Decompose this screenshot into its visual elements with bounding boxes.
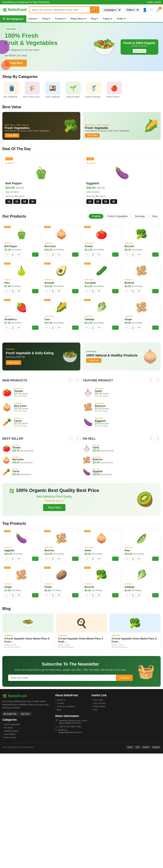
nav-dollar[interactable]: Doller ▾ bbox=[114, 16, 128, 22]
qty-input-2[interactable] bbox=[90, 253, 96, 257]
add-cart-btn-3[interactable]: 🛒 bbox=[152, 252, 159, 257]
nav-mega[interactable]: Mega Menu ▾ bbox=[68, 16, 88, 22]
qty-minus-tp6[interactable]: − bbox=[84, 593, 89, 598]
currency-select[interactable]: Dollar ▾ bbox=[124, 7, 140, 12]
qty-minus-tp5[interactable]: − bbox=[45, 593, 49, 598]
wishlist-btn-9[interactable]: ♡ bbox=[76, 299, 79, 302]
tab-fruits[interactable]: Fruits & Vegetables bbox=[105, 214, 131, 219]
feature-prev[interactable]: ‹ bbox=[148, 377, 154, 383]
tab-dairy[interactable]: Dairy bbox=[149, 214, 161, 219]
qty-minus-tp0[interactable]: − bbox=[4, 556, 9, 561]
qty-minus-0[interactable]: − bbox=[4, 252, 9, 257]
add-cart-btn-4[interactable]: 🛒 bbox=[32, 289, 38, 293]
wishlist-btn-8[interactable]: ♡ bbox=[36, 299, 39, 302]
qty-minus-11[interactable]: − bbox=[125, 325, 129, 330]
qty-minus-8[interactable]: − bbox=[4, 325, 9, 330]
search-input[interactable] bbox=[29, 7, 90, 13]
qty-input-4[interactable] bbox=[10, 289, 16, 293]
qty-plus-9[interactable]: + bbox=[57, 325, 61, 330]
add-cart-btn-tp0[interactable]: 🛒 bbox=[32, 557, 38, 561]
qty-minus-5[interactable]: − bbox=[45, 289, 49, 293]
blog-title-1[interactable]: A Fresh Vegetable Online Market Place A … bbox=[58, 637, 105, 643]
footer-cat-bakery[interactable]: › New Bakery bbox=[2, 733, 52, 735]
wishlist-btn-tp0[interactable]: ♡ bbox=[36, 530, 39, 533]
qty-minus-10[interactable]: − bbox=[84, 325, 89, 330]
bv-btn-1[interactable]: Shop Offer bbox=[5, 133, 19, 137]
qty-input-7[interactable] bbox=[130, 289, 136, 293]
add-cart-btn-2[interactable]: 🛒 bbox=[112, 252, 118, 257]
language-select[interactable]: Language ▾ bbox=[102, 7, 121, 12]
footer-track-orders[interactable]: › Track Orders bbox=[91, 705, 124, 708]
qty-input-tp2[interactable] bbox=[90, 557, 96, 561]
add-cart-btn-11[interactable]: 🛒 bbox=[152, 326, 159, 330]
qty-plus-7[interactable]: + bbox=[137, 289, 141, 293]
qty-input-tp4[interactable] bbox=[10, 593, 16, 597]
wishlist-btn-tp5[interactable]: ♡ bbox=[76, 567, 79, 570]
qty-input-5[interactable] bbox=[50, 289, 56, 293]
qty-input-tp0[interactable] bbox=[10, 557, 16, 561]
qty-input-tp1[interactable] bbox=[50, 557, 56, 561]
add-cart-btn-6[interactable]: 🛒 bbox=[112, 289, 118, 293]
qty-minus-tp1[interactable]: − bbox=[45, 556, 49, 561]
wishlist-btn-tp6[interactable]: ♡ bbox=[116, 567, 119, 570]
category-food[interactable]: 🍱 Food Cupboard bbox=[43, 82, 62, 98]
add-cart-btn-8[interactable]: 🛒 bbox=[32, 326, 38, 330]
blog-title-2[interactable]: A Fresh Vegetable Online Market Place A … bbox=[112, 637, 159, 643]
qty-plus-tp4[interactable]: + bbox=[17, 593, 21, 598]
qty-plus-4[interactable]: + bbox=[17, 289, 21, 293]
newsletter-btn[interactable]: Subscribe bbox=[116, 675, 133, 681]
wishlist-btn-tp7[interactable]: ♡ bbox=[157, 567, 159, 570]
wishlist-btn-tp4[interactable]: ♡ bbox=[36, 567, 39, 570]
nav-blog[interactable]: Blog ▾ bbox=[88, 16, 100, 22]
wishlist-btn-tp2[interactable]: ♡ bbox=[116, 530, 119, 533]
nav-product[interactable]: Product ▾ bbox=[53, 16, 68, 22]
add-cart-btn-tp7[interactable]: 🛒 bbox=[152, 593, 159, 597]
footer-your-account[interactable]: › Your Account bbox=[91, 702, 124, 704]
wishlist-btn-4[interactable]: ♡ bbox=[36, 262, 39, 266]
qty-plus-2[interactable]: + bbox=[97, 252, 101, 257]
promo-btn-left[interactable]: Shop Now bbox=[6, 360, 21, 365]
qty-plus-tp7[interactable]: + bbox=[137, 593, 141, 598]
add-cart-btn-1[interactable]: 🛒 bbox=[72, 252, 79, 257]
qty-input-1[interactable] bbox=[50, 253, 56, 257]
footer-faq[interactable]: › FAQ bbox=[91, 709, 124, 711]
qty-plus-tp0[interactable]: + bbox=[17, 556, 21, 561]
add-cart-btn-tp5[interactable]: 🛒 bbox=[72, 593, 79, 597]
on-sell-next[interactable]: › bbox=[155, 436, 161, 441]
qty-input-9[interactable] bbox=[50, 326, 56, 330]
qty-minus-4[interactable]: − bbox=[4, 289, 9, 293]
wishlist-btn-2[interactable]: ♡ bbox=[116, 226, 119, 229]
qty-plus-tp1[interactable]: + bbox=[57, 556, 61, 561]
hero-badge-btn[interactable]: Shop Now bbox=[133, 49, 146, 53]
best-seller-prev[interactable]: ‹ bbox=[68, 436, 74, 441]
qty-minus-tp4[interactable]: − bbox=[4, 593, 9, 598]
google-play-badge[interactable]: ▶ Google Play bbox=[2, 712, 18, 716]
organic-banner-btn[interactable]: Shop Now bbox=[43, 504, 65, 511]
qty-minus-9[interactable]: − bbox=[45, 325, 49, 330]
newsletter-input[interactable] bbox=[8, 675, 116, 681]
footer-about-us[interactable]: › About Us bbox=[55, 699, 88, 701]
add-cart-btn-tp3[interactable]: 🛒 bbox=[152, 557, 159, 561]
blog-title-0[interactable]: A Fresh Vegetable Online Market Place A … bbox=[4, 637, 51, 643]
qty-plus-1[interactable]: + bbox=[57, 252, 61, 257]
wishlist-btn-tp3[interactable]: ♡ bbox=[157, 530, 159, 533]
add-cart-btn-tp6[interactable]: 🛒 bbox=[112, 593, 118, 597]
footer-your-order[interactable]: › Your Order bbox=[91, 699, 124, 701]
add-cart-btn-7[interactable]: 🛒 bbox=[152, 289, 159, 293]
app-store-badge[interactable]: App Store bbox=[19, 712, 31, 716]
qty-minus-6[interactable]: − bbox=[84, 289, 89, 293]
tab-cooking[interactable]: Cooking bbox=[89, 214, 103, 219]
footer-blog[interactable]: › Blog bbox=[55, 709, 88, 711]
on-sell-prev[interactable]: ‹ bbox=[148, 436, 154, 441]
category-drinks[interactable]: 🥤 Drinks & Bevera... bbox=[84, 82, 103, 98]
qty-input-8[interactable] bbox=[10, 326, 16, 330]
wishlist-btn-0[interactable]: ♡ bbox=[36, 226, 39, 229]
footer-terms[interactable]: › Terms & Conditions bbox=[55, 705, 88, 708]
wishlist-icon[interactable]: ♡ bbox=[150, 8, 153, 12]
nav-categories[interactable]: ☰ All Categories bbox=[0, 16, 26, 22]
new-products-next[interactable]: › bbox=[74, 377, 80, 383]
wishlist-btn-10[interactable]: ♡ bbox=[116, 299, 119, 302]
nav-pages[interactable]: Pages ▾ bbox=[100, 16, 114, 22]
qty-input-tp6[interactable] bbox=[90, 593, 96, 597]
feature-next[interactable]: › bbox=[155, 377, 161, 383]
